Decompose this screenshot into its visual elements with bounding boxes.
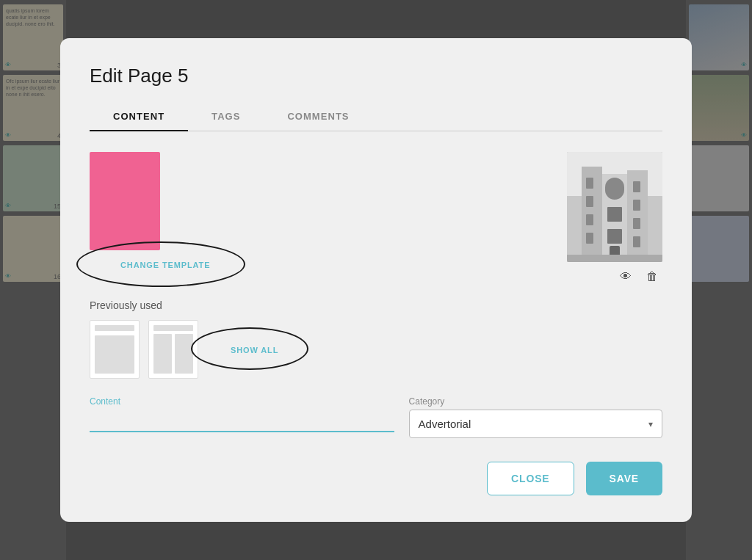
svg-rect-5 bbox=[605, 178, 624, 200]
thumb-body bbox=[95, 335, 134, 374]
category-field-label: Category bbox=[409, 396, 662, 407]
template-image-row: CHANGE TEMPLATE bbox=[90, 152, 662, 277]
svg-rect-8 bbox=[586, 214, 593, 225]
building-svg bbox=[567, 152, 662, 262]
form-fields-row: Content Category Advertorial ▾ bbox=[90, 396, 662, 438]
delete-image-button[interactable]: 🗑 bbox=[642, 266, 662, 287]
category-field-group: Category Advertorial ▾ bbox=[409, 396, 662, 438]
svg-rect-6 bbox=[586, 178, 593, 189]
category-value: Advertorial bbox=[419, 418, 471, 430]
svg-rect-12 bbox=[633, 218, 640, 229]
thumb-bar bbox=[153, 325, 193, 331]
tab-bar: CONTENT TAGS COMMENTS bbox=[90, 105, 662, 131]
template-thumbs-row: SHOW ALL bbox=[90, 320, 662, 379]
tab-comments[interactable]: COMMENTS bbox=[264, 105, 372, 131]
dialog-title: Edit Page 5 bbox=[90, 65, 662, 87]
close-button[interactable]: CLOSE bbox=[487, 462, 574, 495]
view-image-button[interactable]: 👁 bbox=[615, 266, 636, 287]
change-template-button[interactable]: CHANGE TEMPLATE bbox=[104, 252, 226, 277]
tab-content[interactable]: CONTENT bbox=[90, 105, 188, 131]
content-input[interactable] bbox=[90, 410, 394, 432]
template-pink-preview bbox=[90, 152, 160, 250]
svg-rect-17 bbox=[567, 255, 662, 262]
modal-overlay: Edit Page 5 CONTENT TAGS COMMENTS bbox=[0, 0, 752, 560]
content-field-group: Content bbox=[90, 396, 394, 438]
save-button[interactable]: SAVE bbox=[586, 462, 662, 495]
svg-rect-13 bbox=[633, 236, 640, 247]
template-preview-area: CHANGE TEMPLATE bbox=[90, 152, 226, 277]
template-thumb-2[interactable] bbox=[148, 320, 198, 379]
chevron-down-icon: ▾ bbox=[648, 419, 653, 429]
thumb-col-right bbox=[175, 334, 193, 374]
image-action-buttons: 👁 🗑 bbox=[567, 266, 662, 287]
page-image-area: 👁 🗑 bbox=[567, 152, 662, 287]
thumb-two-col bbox=[153, 334, 193, 374]
content-panel: CHANGE TEMPLATE bbox=[90, 152, 662, 495]
template-thumb-1[interactable] bbox=[90, 320, 140, 379]
svg-rect-10 bbox=[633, 181, 640, 192]
svg-rect-9 bbox=[586, 233, 593, 244]
edit-page-dialog: Edit Page 5 CONTENT TAGS COMMENTS bbox=[60, 38, 692, 522]
svg-rect-11 bbox=[633, 200, 640, 211]
thumb-col-left bbox=[153, 334, 172, 374]
category-select[interactable]: Advertorial ▾ bbox=[409, 410, 662, 438]
previously-used-label: Previously used bbox=[90, 299, 662, 311]
show-all-container: SHOW ALL bbox=[207, 338, 296, 362]
svg-rect-7 bbox=[586, 196, 593, 207]
thumb-bar bbox=[95, 325, 134, 331]
page-thumbnail-image bbox=[567, 152, 662, 262]
content-field-label: Content bbox=[90, 396, 394, 407]
tab-tags[interactable]: TAGS bbox=[188, 105, 264, 131]
svg-rect-14 bbox=[607, 207, 622, 222]
svg-rect-15 bbox=[607, 229, 622, 244]
show-all-button[interactable]: SHOW ALL bbox=[213, 338, 296, 362]
dialog-buttons: CLOSE SAVE bbox=[90, 462, 662, 495]
change-template-container: CHANGE TEMPLATE bbox=[90, 252, 226, 277]
